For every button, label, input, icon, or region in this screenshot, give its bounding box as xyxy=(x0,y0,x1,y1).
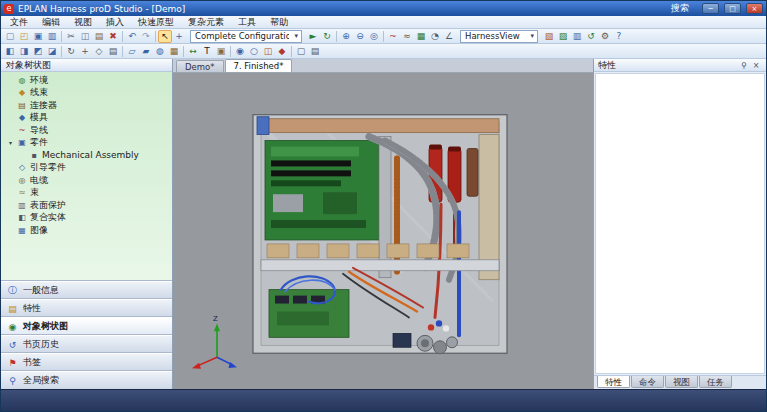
move-icon[interactable]: + xyxy=(78,45,92,58)
tree-item[interactable]: ◎ 电缆 xyxy=(1,174,172,187)
zoom-in-icon[interactable]: ⊕ xyxy=(339,30,353,43)
toolbar-icon[interactable] xyxy=(120,45,125,58)
zoom-out-icon[interactable]: ⊖ xyxy=(353,30,367,43)
hide-icon[interactable]: ○ xyxy=(247,45,261,58)
tree-item[interactable]: ◧ 复合实体 xyxy=(1,212,172,225)
right-panel-tab[interactable]: 视图 xyxy=(665,376,698,388)
place-wire-icon[interactable]: ~ xyxy=(386,30,400,43)
sync-icon[interactable]: ↺ xyxy=(584,30,598,43)
right-panel-tab[interactable]: 命令 xyxy=(631,376,664,388)
tree-item[interactable]: ▥ 表面保护 xyxy=(1,199,172,212)
maximize-button[interactable]: □ xyxy=(724,3,741,14)
configuration-combo[interactable]: Complete Configuration ▾ xyxy=(190,30,302,43)
open-icon[interactable]: ◰ xyxy=(17,30,31,43)
undo-icon[interactable]: ↶ xyxy=(125,30,139,43)
image-icon[interactable]: ▣ xyxy=(214,45,228,58)
menu-item[interactable]: 复杂元素 xyxy=(181,16,231,29)
tree-item[interactable]: ≈ 束 xyxy=(1,187,172,200)
report-icon[interactable]: ▥ xyxy=(570,30,584,43)
tree-item[interactable]: ◆ 模具 xyxy=(1,112,172,125)
new-icon[interactable]: ▢ xyxy=(3,30,17,43)
toolbar-icon[interactable] xyxy=(334,30,339,43)
wireframe-icon[interactable]: ▱ xyxy=(125,45,139,58)
help-icon[interactable]: ? xyxy=(612,30,626,43)
paste-icon[interactable]: ▤ xyxy=(92,30,106,43)
layers-icon[interactable]: ▦ xyxy=(167,45,181,58)
tree-item[interactable]: ▾ ▣ 零件 xyxy=(1,137,172,150)
menu-item[interactable]: 工具 xyxy=(231,16,263,29)
toolbar-icon[interactable] xyxy=(59,30,64,43)
view-side-icon[interactable]: ◪ xyxy=(45,45,59,58)
section-icon[interactable]: ◫ xyxy=(261,45,275,58)
place-clip-icon[interactable]: ◔ xyxy=(428,30,442,43)
view-top-icon[interactable]: ◩ xyxy=(31,45,45,58)
tree-item[interactable]: ▤ 连接器 xyxy=(1,99,172,112)
menu-item[interactable]: 编辑 xyxy=(35,16,67,29)
left-nav-button[interactable]: ◉ 对象树状图 xyxy=(1,317,172,335)
place-bundle-icon[interactable]: ≈ xyxy=(400,30,414,43)
zoom-fit-icon[interactable]: ◎ xyxy=(367,30,381,43)
tree-item[interactable]: ▪ Mechanical Assembly xyxy=(1,149,172,162)
tree-item[interactable]: ~ 导线 xyxy=(1,124,172,137)
menu-item[interactable]: 快速原型 xyxy=(131,16,181,29)
tree-item[interactable]: ◇ 引导零件 xyxy=(1,162,172,175)
screenshot-icon[interactable]: ▢ xyxy=(294,45,308,58)
place-connector-icon[interactable]: ▦ xyxy=(414,30,428,43)
transparency-icon[interactable]: ◍ xyxy=(153,45,167,58)
left-nav-button[interactable]: ▤ 特性 xyxy=(1,299,172,317)
tree-item[interactable]: ◆ 线束 xyxy=(1,87,172,100)
toolbar-icon[interactable] xyxy=(381,30,386,43)
show-icon[interactable]: ◉ xyxy=(233,45,247,58)
delete-icon[interactable]: ✖ xyxy=(106,30,120,43)
left-nav-button[interactable]: ↺ 书页历史 xyxy=(1,335,172,353)
refresh-icon[interactable]: ↻ xyxy=(320,30,334,43)
save-icon[interactable]: ▣ xyxy=(31,30,45,43)
menu-item[interactable]: 插入 xyxy=(99,16,131,29)
text-icon[interactable]: T xyxy=(200,45,214,58)
left-nav-button[interactable]: ⚑ 书签 xyxy=(1,353,172,371)
settings-icon[interactable]: ⚙ xyxy=(598,30,612,43)
menu-item[interactable]: 帮助 xyxy=(263,16,295,29)
nailboard-icon[interactable]: ▧ xyxy=(542,30,556,43)
align-icon[interactable]: ▤ xyxy=(106,45,120,58)
right-panel-tab[interactable]: 特性 xyxy=(597,376,630,388)
workdesk-icon[interactable]: ▨ xyxy=(556,30,570,43)
toolbar-icon[interactable] xyxy=(228,45,233,58)
viewport-3d-canvas[interactable]: Z xyxy=(173,73,593,389)
close-panel-icon[interactable]: × xyxy=(750,61,762,70)
left-nav-button[interactable]: ⚲ 全局搜索 xyxy=(1,371,172,389)
run-icon[interactable]: ► xyxy=(306,30,320,43)
right-panel-tab[interactable]: 任务 xyxy=(699,376,732,388)
left-nav-button[interactable]: ⓘ 一般信息 xyxy=(1,281,172,299)
tree-caret-icon[interactable]: ▾ xyxy=(7,139,14,146)
view-front-icon[interactable]: ◨ xyxy=(17,45,31,58)
pan-icon[interactable]: + xyxy=(172,30,186,43)
toolbar-icon[interactable] xyxy=(59,45,64,58)
toolbar-icon[interactable] xyxy=(120,30,125,43)
search-label[interactable]: 搜索 xyxy=(671,2,689,15)
print-icon[interactable]: ▤ xyxy=(308,45,322,58)
menu-item[interactable]: 文件 xyxy=(3,16,35,29)
measure-icon[interactable]: ∠ xyxy=(442,30,456,43)
tree-item[interactable]: ◍ 环境 xyxy=(1,74,172,87)
document-tab[interactable]: 7. Finished* xyxy=(225,59,293,72)
pin-icon[interactable]: ⚲ xyxy=(738,61,750,70)
copy-icon[interactable]: ◫ xyxy=(78,30,92,43)
rotate-icon[interactable]: ↻ xyxy=(64,45,78,58)
viewport-3d[interactable]: Z xyxy=(173,73,593,389)
menu-item[interactable]: 视图 xyxy=(67,16,99,29)
minimize-button[interactable]: ─ xyxy=(702,3,719,14)
toolbar-icon[interactable] xyxy=(289,45,294,58)
document-tab[interactable]: Demo* xyxy=(176,60,224,72)
toolbar-icon[interactable] xyxy=(181,45,186,58)
shaded-icon[interactable]: ▰ xyxy=(139,45,153,58)
dimension-icon[interactable]: ↔ xyxy=(186,45,200,58)
explode-icon[interactable]: ◆ xyxy=(275,45,289,58)
mirror-icon[interactable]: ◇ xyxy=(92,45,106,58)
harnessview-combo[interactable]: HarnessView ▾ xyxy=(460,30,538,43)
tree-item[interactable]: ▦ 图像 xyxy=(1,224,172,237)
view-iso-icon[interactable]: ◧ xyxy=(3,45,17,58)
toolbar-icon[interactable] xyxy=(153,30,158,43)
pointer-icon[interactable]: ↖ xyxy=(158,30,172,43)
cut-icon[interactable]: ✂ xyxy=(64,30,78,43)
